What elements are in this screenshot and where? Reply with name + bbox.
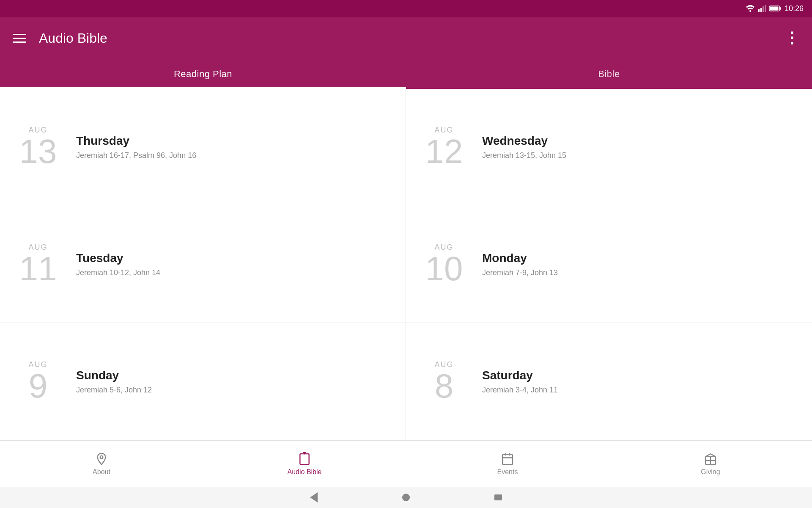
reading-item-2[interactable]: AUG 11 Tuesday Jeremiah 10-12, John 14 bbox=[0, 206, 406, 323]
events-icon bbox=[501, 452, 514, 466]
date-day-0: 13 bbox=[19, 135, 57, 168]
reading-info-5: Saturday Jeremiah 3-4, John 11 bbox=[482, 369, 558, 395]
svg-rect-3 bbox=[763, 6, 764, 12]
passages-2: Jeremiah 10-12, John 14 bbox=[76, 268, 160, 277]
day-name-0: Thursday bbox=[76, 134, 196, 148]
svg-point-8 bbox=[100, 456, 103, 458]
svg-rect-2 bbox=[760, 8, 762, 12]
passages-0: Jeremiah 16-17, Psalm 96, John 16 bbox=[76, 151, 196, 160]
day-name-5: Saturday bbox=[482, 369, 558, 382]
status-time: 10:26 bbox=[785, 4, 804, 13]
audio-bible-icon bbox=[298, 452, 311, 466]
signal-icon bbox=[758, 5, 766, 12]
passages-4: Jeremiah 5-6, John 12 bbox=[76, 386, 152, 395]
android-nav-bar bbox=[0, 487, 812, 508]
bottom-nav: About Audio Bible Events Giving bbox=[0, 440, 812, 487]
giving-icon bbox=[704, 452, 717, 466]
android-home-button[interactable] bbox=[402, 494, 410, 501]
app-bar-left: Audio Bible bbox=[13, 30, 107, 46]
date-day-2: 11 bbox=[19, 252, 57, 286]
date-day-5: 8 bbox=[435, 369, 454, 403]
wifi-icon bbox=[746, 5, 755, 12]
nav-label-audio-bible: Audio Bible bbox=[288, 468, 322, 476]
nav-label-giving: Giving bbox=[701, 468, 720, 476]
reading-info-2: Tuesday Jeremiah 10-12, John 14 bbox=[76, 251, 160, 277]
passages-3: Jeremiah 7-9, John 13 bbox=[482, 268, 558, 277]
nav-item-about[interactable]: About bbox=[0, 452, 203, 476]
svg-point-0 bbox=[749, 10, 751, 12]
reading-plan-grid: AUG 13 Thursday Jeremiah 16-17, Psalm 96… bbox=[0, 89, 812, 440]
android-back-button[interactable] bbox=[310, 492, 318, 502]
date-day-1: 12 bbox=[425, 135, 463, 168]
date-block-5: AUG 8 bbox=[423, 360, 465, 403]
nav-item-audio-bible[interactable]: Audio Bible bbox=[203, 452, 406, 476]
tab-reading-plan[interactable]: Reading Plan bbox=[0, 59, 406, 89]
date-day-3: 10 bbox=[425, 252, 463, 286]
date-block-4: AUG 9 bbox=[17, 360, 59, 403]
status-bar: 10:26 bbox=[0, 0, 812, 17]
svg-rect-9 bbox=[300, 454, 309, 464]
about-icon bbox=[95, 452, 108, 466]
date-block-0: AUG 13 bbox=[17, 126, 59, 168]
reading-item-5[interactable]: AUG 8 Saturday Jeremiah 3-4, John 11 bbox=[406, 323, 812, 440]
reading-info-3: Monday Jeremiah 7-9, John 13 bbox=[482, 251, 558, 277]
svg-rect-4 bbox=[765, 5, 766, 12]
reading-item-4[interactable]: AUG 9 Sunday Jeremiah 5-6, John 12 bbox=[0, 323, 406, 440]
app-bar: Audio Bible ⋮ bbox=[0, 17, 812, 59]
tab-reading-plan-label: Reading Plan bbox=[174, 69, 232, 80]
more-options-button[interactable]: ⋮ bbox=[784, 29, 799, 47]
nav-item-giving[interactable]: Giving bbox=[609, 452, 812, 476]
passages-1: Jeremiah 13-15, John 15 bbox=[482, 151, 566, 160]
passages-5: Jeremiah 3-4, John 11 bbox=[482, 386, 558, 395]
status-icons: 10:26 bbox=[746, 4, 804, 13]
day-name-2: Tuesday bbox=[76, 251, 160, 265]
day-name-1: Wednesday bbox=[482, 134, 566, 148]
tabs-container: Reading Plan Bible bbox=[0, 59, 812, 89]
reading-item-1[interactable]: AUG 12 Wednesday Jeremiah 13-15, John 15 bbox=[406, 89, 812, 206]
reading-item-0[interactable]: AUG 13 Thursday Jeremiah 16-17, Psalm 96… bbox=[0, 89, 406, 206]
tab-bible-label: Bible bbox=[598, 69, 620, 80]
svg-rect-1 bbox=[758, 9, 760, 12]
hamburger-menu-button[interactable] bbox=[13, 34, 26, 43]
date-block-1: AUG 12 bbox=[423, 126, 465, 168]
tab-bible[interactable]: Bible bbox=[406, 59, 812, 89]
day-name-4: Sunday bbox=[76, 369, 152, 382]
svg-rect-12 bbox=[502, 454, 513, 464]
nav-item-events[interactable]: Events bbox=[406, 452, 609, 476]
svg-rect-6 bbox=[779, 7, 781, 10]
battery-icon bbox=[769, 6, 781, 11]
nav-label-about: About bbox=[93, 468, 110, 476]
day-name-3: Monday bbox=[482, 251, 558, 265]
app-title: Audio Bible bbox=[39, 30, 107, 46]
date-block-3: AUG 10 bbox=[423, 243, 465, 286]
reading-info-4: Sunday Jeremiah 5-6, John 12 bbox=[76, 369, 152, 395]
svg-rect-7 bbox=[770, 7, 778, 11]
reading-info-1: Wednesday Jeremiah 13-15, John 15 bbox=[482, 134, 566, 160]
nav-label-events: Events bbox=[497, 468, 518, 476]
android-recents-button[interactable] bbox=[494, 494, 502, 500]
date-block-2: AUG 11 bbox=[17, 243, 59, 286]
reading-info-0: Thursday Jeremiah 16-17, Psalm 96, John … bbox=[76, 134, 196, 160]
reading-item-3[interactable]: AUG 10 Monday Jeremiah 7-9, John 13 bbox=[406, 206, 812, 323]
date-day-4: 9 bbox=[29, 369, 48, 403]
